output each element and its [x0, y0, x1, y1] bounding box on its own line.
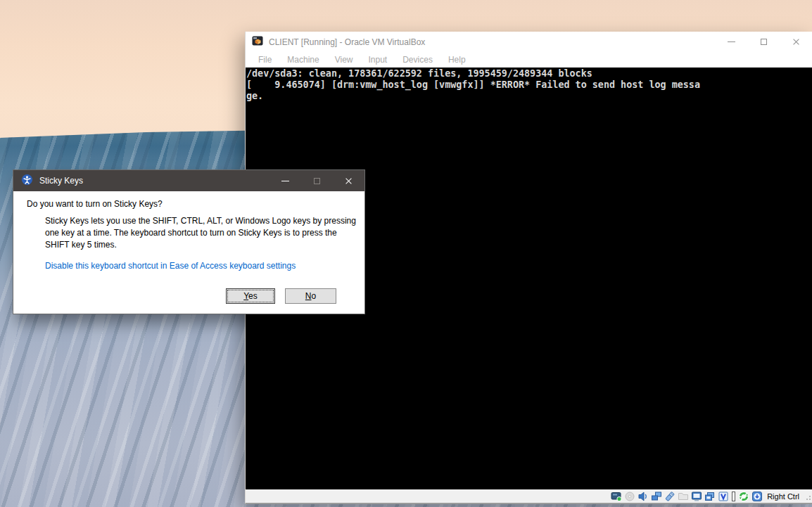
- maximize-icon: [761, 39, 767, 45]
- close-button[interactable]: [780, 32, 812, 52]
- minimize-icon: [728, 41, 735, 42]
- close-icon: [345, 177, 353, 185]
- virtualbox-logo-icon: [252, 35, 263, 49]
- sticky-keys-dialog: Sticky Keys Do you want to turn on Stick…: [13, 169, 365, 314]
- minimize-button[interactable]: [715, 32, 747, 52]
- ease-of-access-icon: [21, 174, 33, 188]
- desktop: CLIENT [Running] - Oracle VM VirtualBox …: [0, 0, 812, 507]
- yes-button-label: Yes: [243, 291, 258, 301]
- virtualbox-titlebar[interactable]: CLIENT [Running] - Oracle VM VirtualBox: [246, 32, 812, 52]
- network-icon[interactable]: [651, 491, 662, 502]
- menu-file[interactable]: File: [250, 55, 279, 65]
- usb-icon[interactable]: [664, 491, 675, 502]
- minimize-icon: [281, 181, 289, 181]
- audio-icon[interactable]: [637, 491, 649, 502]
- menu-view[interactable]: View: [327, 55, 361, 65]
- yes-button[interactable]: Yes: [226, 288, 275, 304]
- dialog-minimize-button[interactable]: [269, 170, 301, 191]
- shared-folders-icon[interactable]: [678, 491, 689, 502]
- hard-disks-icon[interactable]: [611, 491, 622, 502]
- resize-grip[interactable]: [805, 496, 811, 501]
- close-icon: [792, 38, 800, 46]
- display-icon[interactable]: [691, 491, 702, 502]
- no-button-label: No: [305, 291, 316, 301]
- dialog-maximize-button: [301, 170, 333, 191]
- window-title: CLIENT [Running] - Oracle VM VirtualBox: [269, 37, 425, 47]
- virtualbox-statusbar: Right Ctrl: [246, 489, 812, 503]
- maximize-icon: [314, 178, 320, 184]
- dialog-close-button[interactable]: [333, 170, 364, 191]
- optical-drives-icon[interactable]: [624, 491, 635, 502]
- dialog-titlebar[interactable]: Sticky Keys: [13, 170, 364, 191]
- disable-shortcut-link[interactable]: Disable this keyboard shortcut in Ease o…: [45, 261, 296, 271]
- terminal-line: ge.: [246, 91, 812, 102]
- dialog-title: Sticky Keys: [39, 176, 83, 186]
- virtualbox-menubar: File Machine View Input Devices Help: [246, 52, 812, 68]
- features-icon[interactable]: [718, 491, 729, 502]
- maximize-button[interactable]: [747, 32, 780, 52]
- no-button[interactable]: No: [285, 288, 336, 304]
- mouse-integration-icon[interactable]: [738, 491, 749, 502]
- keyboard-capture-icon[interactable]: [751, 491, 763, 502]
- menu-machine[interactable]: Machine: [279, 55, 326, 65]
- menu-help[interactable]: Help: [440, 55, 474, 65]
- recording-icon[interactable]: [704, 491, 716, 502]
- dialog-description: Sticky Keys lets you use the SHIFT, CTRL…: [45, 215, 359, 251]
- menu-devices[interactable]: Devices: [395, 55, 440, 65]
- menu-input[interactable]: Input: [361, 55, 395, 65]
- terminal-line: /dev/sda3: clean, 178361/622592 files, 1…: [246, 68, 812, 79]
- virtualization-indicator-icon[interactable]: [731, 491, 736, 502]
- host-key-label: Right Ctrl: [767, 492, 799, 501]
- terminal-line: [ 9.465074] [drm:vmw_host_log [vmwgfx]] …: [246, 79, 812, 91]
- dialog-question: Do you want to turn on Sticky Keys?: [27, 199, 163, 209]
